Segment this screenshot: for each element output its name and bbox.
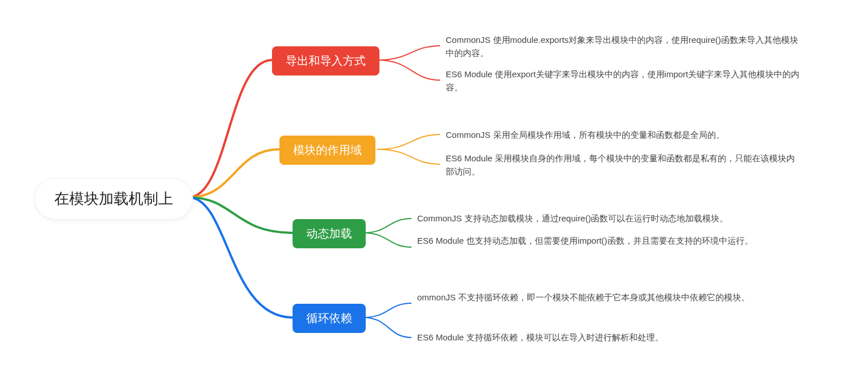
branch-export-import[interactable]: 导出和导入方式: [272, 46, 379, 76]
mindmap-canvas: 在模块加载机制上 导出和导入方式 CommonJS 使用module.expor…: [0, 0, 868, 381]
root-node[interactable]: 在模块加载机制上: [34, 178, 193, 220]
leaf-circular-2: ES6 Module 支持循环依赖，模块可以在导入时进行解析和处理。: [417, 331, 663, 344]
branch-label: 动态加载: [306, 227, 352, 240]
leaf-export-import-2: ES6 Module 使用export关键字来导出模块中的内容，使用import…: [446, 68, 800, 94]
leaf-dynamic-2: ES6 Module 也支持动态加载，但需要使用import()函数，并且需要在…: [417, 234, 753, 247]
leaf-scope-1: CommonJS 采用全局模块作用域，所有模块中的变量和函数都是全局的。: [446, 128, 725, 141]
branch-label: 模块的作用域: [293, 144, 362, 156]
leaf-circular-1: ommonJS 不支持循环依赖，即一个模块不能依赖于它本身或其他模块中依赖它的模…: [417, 291, 750, 304]
branch-circular[interactable]: 循环依赖: [293, 304, 366, 333]
leaf-export-import-1: CommonJS 使用module.exports对象来导出模块中的内容，使用r…: [446, 33, 800, 60]
branch-label: 导出和导入方式: [286, 54, 366, 67]
leaf-dynamic-1: CommonJS 支持动态加载模块，通过require()函数可以在运行时动态地…: [417, 212, 728, 225]
branch-label: 循环依赖: [306, 312, 352, 324]
branch-dynamic[interactable]: 动态加载: [293, 219, 366, 248]
root-label: 在模块加载机制上: [54, 190, 173, 207]
branch-scope[interactable]: 模块的作用域: [279, 136, 375, 165]
leaf-scope-2: ES6 Module 采用模块自身的作用域，每个模块中的变量和函数都是私有的，只…: [446, 152, 800, 178]
